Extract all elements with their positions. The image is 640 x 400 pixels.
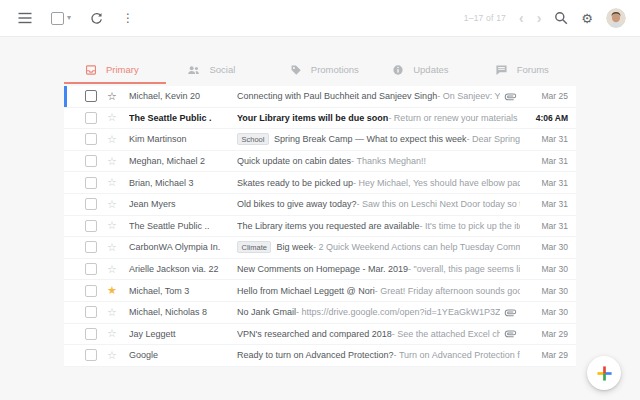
subject-line: New Comments on Homepage - Mar. 2019 - "… bbox=[237, 264, 520, 274]
star-icon[interactable]: ☆ bbox=[105, 177, 119, 188]
date: Mar 30 bbox=[522, 264, 568, 274]
row-checkbox[interactable] bbox=[85, 285, 97, 297]
date: Mar 31 bbox=[522, 221, 568, 231]
star-icon[interactable]: ☆ bbox=[105, 307, 119, 318]
search-button[interactable] bbox=[554, 11, 568, 25]
email-row[interactable]: ☆ Jean Myers Old bikes to give away toda… bbox=[64, 194, 576, 216]
email-row[interactable]: ☆ Brian, Michael 3 Skates ready to be pi… bbox=[64, 172, 576, 194]
compose-button[interactable] bbox=[587, 356, 621, 390]
subject: Connecting with Paul Buchheit and Sanjee… bbox=[237, 91, 437, 101]
category-tabs: Primary Social Promotions Updates Forums bbox=[64, 57, 576, 84]
row-checkbox[interactable] bbox=[85, 112, 97, 124]
category-chip[interactable]: Climate bbox=[237, 241, 271, 253]
email-row[interactable]: ☆ CarbonWA Olympia In. Climate Big week … bbox=[64, 237, 576, 259]
star-icon[interactable]: ☆ bbox=[105, 199, 119, 210]
newer-page-button[interactable]: ‹ bbox=[519, 11, 524, 25]
star-icon[interactable]: ☆ bbox=[105, 220, 119, 231]
avatar[interactable] bbox=[606, 8, 626, 28]
email-row[interactable]: ☆ Michael, Kevin 20 Connecting with Paul… bbox=[64, 86, 576, 108]
attachment-icon bbox=[504, 90, 517, 103]
tab-social[interactable]: Social bbox=[166, 57, 268, 84]
sender: Brian, Michael 3 bbox=[129, 178, 237, 188]
sender: CarbonWA Olympia In. bbox=[129, 242, 237, 252]
snippet: - It's time to pick up the items yo... bbox=[420, 221, 520, 231]
email-row[interactable]: ☆ Google Ready to turn on Advanced Prote… bbox=[64, 345, 576, 367]
subject: Skates ready to be picked up bbox=[237, 178, 353, 188]
profile-photo bbox=[606, 8, 626, 28]
email-list: ☆ Michael, Kevin 20 Connecting with Paul… bbox=[64, 86, 576, 367]
star-icon[interactable]: ☆ bbox=[105, 112, 119, 123]
older-page-button[interactable]: › bbox=[537, 11, 542, 25]
checkbox-icon bbox=[51, 12, 64, 25]
subject: No Jank Gmail bbox=[237, 307, 296, 317]
star-icon[interactable]: ☆ bbox=[105, 242, 119, 253]
row-checkbox[interactable] bbox=[85, 220, 97, 232]
subject-line: Quick update on cabin dates - Thanks Meg… bbox=[237, 156, 520, 166]
email-row[interactable]: ☆ Michael, Nicholas 8 No Jank Gmail - ht… bbox=[64, 302, 576, 324]
menu-button[interactable] bbox=[18, 12, 32, 24]
snippet: - Turn on Advanced Protection for mleg..… bbox=[394, 350, 520, 360]
snippet: - Great! Friday afternoon sounds good fo… bbox=[375, 286, 520, 296]
date: Mar 30 bbox=[522, 286, 568, 296]
snippet: - "overall, this page seems like it's a … bbox=[408, 264, 520, 274]
star-icon[interactable]: ★ bbox=[105, 285, 119, 296]
email-row[interactable]: ☆ Jay Leggett VPN's researched and compa… bbox=[64, 324, 576, 346]
sender: Jean Myers bbox=[129, 199, 237, 209]
email-row[interactable]: ☆ Arielle Jackson via. 22 New Comments o… bbox=[64, 259, 576, 281]
subject-line: Your Library items will be due soon - Re… bbox=[237, 113, 520, 123]
email-row[interactable]: ☆ Kim Martinson School Spring Break Camp… bbox=[64, 129, 576, 151]
row-checkbox[interactable] bbox=[85, 328, 97, 340]
sender: Meghan, Michael 2 bbox=[129, 156, 237, 166]
caret-down-icon[interactable]: ▾ bbox=[67, 14, 71, 22]
info-icon bbox=[392, 64, 404, 76]
sender: The Seattle Public . bbox=[129, 113, 237, 123]
attachment-icon bbox=[504, 327, 517, 340]
sender: Arielle Jackson via. 22 bbox=[129, 264, 237, 274]
star-icon[interactable]: ☆ bbox=[105, 91, 119, 102]
email-row[interactable]: ☆ Meghan, Michael 2 Quick update on cabi… bbox=[64, 151, 576, 173]
tab-updates[interactable]: Updates bbox=[371, 57, 473, 84]
snippet: - Saw this on Leschi Next Door today so … bbox=[357, 199, 520, 209]
subject: The Library items you requested are avai… bbox=[237, 221, 420, 231]
tab-forums[interactable]: Forums bbox=[474, 57, 576, 84]
subject-line: Climate Big week - 2 Quick Weekend Actio… bbox=[237, 241, 520, 253]
star-icon[interactable]: ☆ bbox=[105, 156, 119, 167]
star-icon[interactable]: ☆ bbox=[105, 328, 119, 339]
subject: New Comments on Homepage - Mar. 2019 bbox=[237, 264, 408, 274]
row-checkbox[interactable] bbox=[85, 349, 97, 361]
row-checkbox[interactable] bbox=[85, 133, 97, 145]
subject-line: VPN's researched and compared 2018 - See… bbox=[237, 329, 500, 339]
tab-label: Forums bbox=[517, 64, 549, 75]
row-checkbox[interactable] bbox=[85, 241, 97, 253]
sender: Michael, Tom 3 bbox=[129, 286, 237, 296]
sender: Kim Martinson bbox=[129, 134, 237, 144]
row-checkbox[interactable] bbox=[85, 155, 97, 167]
row-checkbox[interactable] bbox=[85, 263, 97, 275]
row-checkbox[interactable] bbox=[85, 198, 97, 210]
row-checkbox[interactable] bbox=[85, 177, 97, 189]
date: Mar 31 bbox=[522, 156, 568, 166]
row-checkbox[interactable] bbox=[85, 306, 97, 318]
email-row[interactable]: ★ Michael, Tom 3 Hello from Michael Legg… bbox=[64, 280, 576, 302]
subject-line: The Library items you requested are avai… bbox=[237, 221, 520, 231]
refresh-button[interactable] bbox=[90, 12, 103, 25]
inbox-icon bbox=[85, 64, 97, 76]
tab-label: Primary bbox=[106, 64, 139, 75]
star-icon[interactable]: ☆ bbox=[105, 350, 119, 361]
date: Mar 30 bbox=[522, 307, 568, 317]
email-row[interactable]: ☆ The Seattle Public .. The Library item… bbox=[64, 216, 576, 238]
star-icon[interactable]: ☆ bbox=[105, 134, 119, 145]
star-icon[interactable]: ☆ bbox=[105, 264, 119, 275]
settings-button[interactable]: ⚙ bbox=[581, 12, 593, 25]
chevron-right-icon: › bbox=[537, 11, 542, 25]
more-options-button[interactable]: ⋮ bbox=[122, 12, 134, 24]
email-row[interactable]: ☆ The Seattle Public . Your Library item… bbox=[64, 108, 576, 130]
select-all-checkbox[interactable]: ▾ bbox=[51, 12, 71, 25]
row-checkbox[interactable] bbox=[85, 90, 97, 102]
tab-primary[interactable]: Primary bbox=[64, 57, 166, 84]
date: Mar 31 bbox=[522, 178, 568, 188]
refresh-icon bbox=[90, 12, 103, 25]
tab-promotions[interactable]: Promotions bbox=[269, 57, 371, 84]
category-chip[interactable]: School bbox=[237, 133, 269, 145]
date: Mar 30 bbox=[522, 242, 568, 252]
